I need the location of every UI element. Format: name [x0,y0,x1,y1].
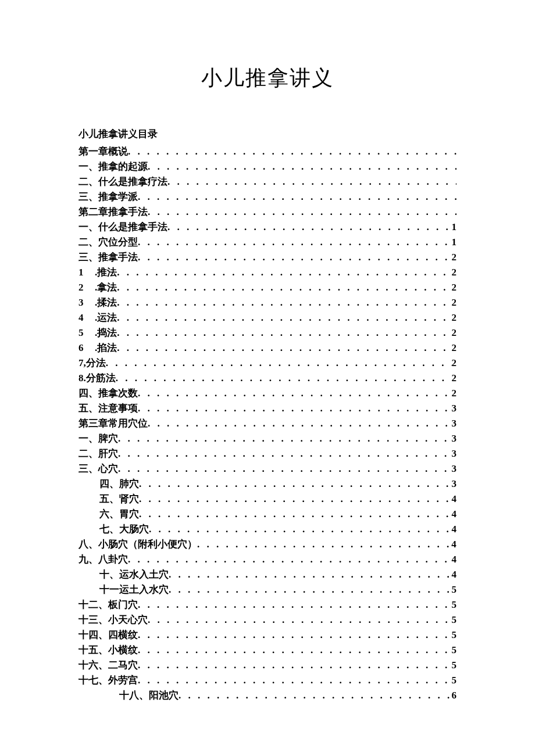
toc-entry-dots: . . . . . . . . . . . . . . . . . . . . … [106,356,452,371]
toc-entry: 第三章常用穴位 . . . . . . . . . . . . . . . . … [79,416,456,431]
toc-entry: 第一章概说 . . . . . . . . . . . . . . . . . … [79,144,456,159]
toc-entry: 二、肝穴 . . . . . . . . . . . . . . . . . .… [79,446,456,461]
toc-entry-page: 5 [452,658,457,673]
toc-entry-dots: . . . . . . . . . . . . . . . . . . . . … [138,643,452,658]
toc-entry-dots: . . . . . . . . . . . . . . . . . . . . … [138,235,452,250]
toc-entry-dots: . . . . . . . . . . . . . . . . . . . . … [117,325,451,341]
toc-entry-number: 3 [79,295,95,310]
toc-entry-page: 3 [452,476,457,492]
toc-entry: 七、大肠穴 . . . . . . . . . . . . . . . . . … [79,522,456,537]
toc-entry-dots: . . . . . . . . . . . . . . . . . . . . … [139,492,452,507]
toc-entry-dots: . . . . . . . . . . . . . . . . . . . . … [138,401,452,416]
toc-entry-label: .捣法 [95,325,117,341]
toc-entry-label: .推法 [95,265,117,280]
toc-entry: 5.捣法 . . . . . . . . . . . . . . . . . .… [79,325,456,341]
toc-entry-page: 4 [451,537,456,552]
toc-entry-label: 三、心穴 [79,461,118,476]
toc-entry-label: 十三、小天心穴 [79,612,148,628]
toc-entry-page: 2 [452,386,457,401]
toc-entry-label: 十八、阳池穴 [119,688,179,703]
toc-entry-page: 3 [452,446,457,461]
toc-entry-dots: . . . . . . . . . . . . . . . . . . . . … [128,144,456,159]
toc-entry: 7,分法. . . . . . . . . . . . . . . . . . … [79,356,456,371]
toc-entry: 一、脾穴 . . . . . . . . . . . . . . . . . .… [79,431,456,446]
toc-entry-label: 十一运土入水穴 [99,582,169,597]
toc-entry: 九、八卦穴. . . . . . . . . . . . . . . . . .… [79,552,456,567]
toc-entry: 第二章推拿手法 . . . . . . . . . . . . . . . . … [79,205,456,220]
toc-entry: 3.揉法 . . . . . . . . . . . . . . . . . .… [79,295,456,310]
toc-entry-dots: . . . . . . . . . . . . . . . . . . . . … [197,537,451,552]
toc-entry: 三、心穴 . . . . . . . . . . . . . . . . . .… [79,461,456,476]
toc-entry-dots: . . . . . . . . . . . . . . . . . . . . … [118,461,452,476]
toc-entry-label: 8.分筋法 [79,371,116,386]
toc-entry-dots: . . . . . . . . . . . . . . . . . . . . … [148,612,452,628]
toc-entry-dots: . . . . . . . . . . . . . . . . . . . . … [139,507,452,522]
toc-entry-page: 4 [452,552,457,567]
toc-entry-dots: . . . . . . . . . . . . . . . . . . . . … [138,658,452,673]
toc-entry: 一、什么是推拿手法 . . . . . . . . . . . . . . . … [79,220,456,235]
toc-entry: 四、肺穴 . . . . . . . . . . . . . . . . . .… [79,476,456,492]
toc-entry-label: 第三章常用穴位 [79,416,148,431]
toc-entry-dots: . . . . . . . . . . . . . . . . . . . . … [138,250,452,265]
toc-heading: 小儿推拿讲义目录 [79,127,456,141]
toc-entry-dots: . . . . . . . . . . . . . . . . . . . . … [138,386,452,401]
toc-entry-dots: . . . . . . . . . . . . . . . . . . . . … [138,673,452,688]
toc-entry-label: 二、什么是推拿疗法 [79,174,167,189]
toc-entry: 十、运水入土穴. . . . . . . . . . . . . . . . .… [79,567,456,582]
toc-entry-page: 2 [452,265,457,280]
toc-entry-page: 3 [452,416,457,431]
toc-entry-dots: . . . . . . . . . . . . . . . . . . . . … [149,522,452,537]
toc-entry: 五、肾穴 . . . . . . . . . . . . . . . . . .… [79,492,456,507]
toc-entry-label: .掐法 [95,341,117,356]
toc-entry-page: 2 [452,325,457,341]
toc-entry-page: 5 [452,612,457,628]
toc-entry-label: 一、推拿的起源 [79,159,148,174]
toc-entry: 三、推拿手法 . . . . . . . . . . . . . . . . .… [79,250,456,265]
toc-entry-dots: . . . . . . . . . . . . . . . . . . . . … [117,341,451,356]
toc-entry: 十八、阳池穴. . . . . . . . . . . . . . . . . … [79,688,456,703]
toc-entry-label: .运法 [95,310,117,325]
toc-entry: 二、穴位分型 . . . . . . . . . . . . . . . . .… [79,235,456,250]
toc-entry-label: 十、运水入土穴 [99,567,169,582]
toc-entry-label: 五、注意事项 [79,401,138,416]
toc-entry-label: 十四、四横纹 [79,628,138,643]
toc-entry-label: .揉法 [95,295,117,310]
toc-entry-label: 十六、二马穴 [79,658,138,673]
toc-entry-page: 2 [452,250,457,265]
toc-entry-label: 十二、板门穴 [79,597,138,612]
toc-entry-label: 三、推拿手法 [79,250,138,265]
toc-entry-label: 四、推拿次数 [79,386,138,401]
toc-entry: 五、注意事项 . . . . . . . . . . . . . . . . .… [79,401,456,416]
toc-entry-page: 5 [452,582,457,597]
toc-entry-page: 4 [452,522,457,537]
toc-entry-dots: . . . . . . . . . . . . . . . . . . . . … [139,476,452,492]
toc-entry: 十六、二马穴 . . . . . . . . . . . . . . . . .… [79,658,456,673]
toc-entry-page: 2 [452,280,457,295]
document-page: 小儿推拿讲义 小儿推拿讲义目录 第一章概说 . . . . . . . . . … [0,0,535,756]
toc-entry-dots: . . . . . . . . . . . . . . . . . . . . … [117,280,451,295]
toc-entry-dots: . . . . . . . . . . . . . . . . . . . . … [179,688,452,703]
toc-entry: 十四、四横纹 . . . . . . . . . . . . . . . . .… [79,628,456,643]
toc-entry-dots: . . . . . . . . . . . . . . . . . . . . … [138,597,452,612]
toc-entry-dots: . . . . . . . . . . . . . . . . . . . . … [138,628,452,643]
toc-entry-page: 1 [452,235,457,250]
toc-entry-page: 5 [452,628,457,643]
toc-entry-dots: . . . . . . . . . . . . . . . . . . . . … [148,416,452,431]
toc-entry-dots: . . . . . . . . . . . . . . . . . . . . … [118,431,452,446]
toc-entry-page: 5 [452,673,457,688]
toc-entry-label: 一、什么是推拿手法 [79,220,167,235]
toc-entry: 十七、外劳宫 . . . . . . . . . . . . . . . . .… [79,673,456,688]
toc-entry-label: 第一章概说 [79,144,128,159]
toc-entry: 十二、板门穴 . . . . . . . . . . . . . . . . .… [79,597,456,612]
document-title: 小儿推拿讲义 [79,64,456,92]
toc-entry-label: 五、肾穴 [99,492,139,507]
toc-entry-number: 4 [79,310,95,325]
toc-entry: 一、推拿的起源 . . . . . . . . . . . . . . . . … [79,159,456,174]
toc-entry-dots: . . . . . . . . . . . . . . . . . . . . … [169,567,452,582]
toc-entry-label: 七、大肠穴 [99,522,149,537]
toc-entry-page: 3 [452,461,457,476]
toc-entry-dots: . . . . . . . . . . . . . . . . . . . . … [116,371,452,386]
toc-entry-dots: . . . . . . . . . . . . . . . . . . . . … [128,552,452,567]
toc-entry: 十五、小横纹 . . . . . . . . . . . . . . . . .… [79,643,456,658]
toc-entry-label: 三、推拿学派 [79,189,138,205]
